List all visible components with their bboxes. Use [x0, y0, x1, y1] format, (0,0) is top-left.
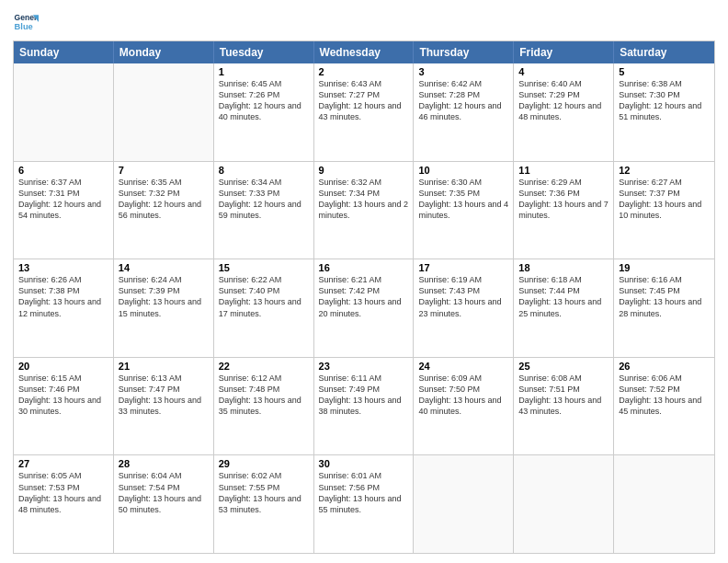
- day-number: 9: [319, 165, 409, 176]
- calendar-cell: [614, 455, 714, 553]
- day-info: Sunrise: 6:05 AMSunset: 7:53 PMDaylight:…: [18, 470, 108, 515]
- day-number: 30: [319, 458, 409, 469]
- day-info: Sunrise: 6:30 AMSunset: 7:35 PMDaylight:…: [418, 177, 508, 222]
- day-number: 7: [119, 165, 209, 176]
- day-info: Sunrise: 6:40 AMSunset: 7:29 PMDaylight:…: [518, 78, 609, 123]
- day-info: Sunrise: 6:38 AMSunset: 7:30 PMDaylight:…: [619, 78, 710, 123]
- day-number: 14: [119, 262, 209, 273]
- calendar-cell: [14, 63, 114, 161]
- calendar-cell: 11Sunrise: 6:29 AMSunset: 7:36 PMDayligh…: [514, 162, 614, 259]
- logo: General Blue: [13, 9, 39, 35]
- calendar-cell: 5Sunrise: 6:38 AMSunset: 7:30 PMDaylight…: [614, 63, 714, 161]
- day-number: 1: [219, 66, 309, 77]
- calendar-cell: 24Sunrise: 6:09 AMSunset: 7:50 PMDayligh…: [414, 358, 514, 455]
- day-info: Sunrise: 6:37 AMSunset: 7:31 PMDaylight:…: [18, 177, 108, 222]
- svg-text:Blue: Blue: [15, 22, 33, 31]
- day-number: 17: [418, 262, 508, 273]
- weekday-header: Wednesday: [314, 41, 415, 63]
- day-info: Sunrise: 6:29 AMSunset: 7:36 PMDaylight:…: [518, 177, 609, 222]
- calendar-row: 20Sunrise: 6:15 AMSunset: 7:46 PMDayligh…: [14, 357, 714, 455]
- calendar-cell: 30Sunrise: 6:01 AMSunset: 7:56 PMDayligh…: [314, 455, 415, 553]
- day-info: Sunrise: 6:12 AMSunset: 7:48 PMDaylight:…: [219, 373, 309, 418]
- day-info: Sunrise: 6:08 AMSunset: 7:51 PMDaylight:…: [518, 373, 609, 418]
- day-number: 20: [18, 361, 108, 372]
- day-number: 29: [219, 458, 309, 469]
- weekday-header: Monday: [114, 41, 214, 63]
- weekday-header: Thursday: [414, 41, 514, 63]
- day-info: Sunrise: 6:19 AMSunset: 7:43 PMDaylight:…: [418, 274, 508, 319]
- day-number: 23: [319, 361, 409, 372]
- day-number: 5: [619, 66, 710, 77]
- day-info: Sunrise: 6:32 AMSunset: 7:34 PMDaylight:…: [319, 177, 409, 222]
- calendar-cell: 4Sunrise: 6:40 AMSunset: 7:29 PMDaylight…: [514, 63, 614, 161]
- day-number: 22: [219, 361, 309, 372]
- page-header: General Blue: [13, 9, 715, 35]
- day-number: 12: [619, 165, 710, 176]
- day-info: Sunrise: 6:42 AMSunset: 7:28 PMDaylight:…: [418, 78, 508, 123]
- day-number: 26: [619, 361, 710, 372]
- day-number: 28: [119, 458, 209, 469]
- calendar-cell: 29Sunrise: 6:02 AMSunset: 7:55 PMDayligh…: [214, 455, 314, 553]
- day-number: 4: [518, 66, 609, 77]
- day-info: Sunrise: 6:09 AMSunset: 7:50 PMDaylight:…: [418, 373, 508, 418]
- calendar-cell: 3Sunrise: 6:42 AMSunset: 7:28 PMDaylight…: [414, 63, 514, 161]
- day-number: 18: [518, 262, 609, 273]
- calendar-cell: 21Sunrise: 6:13 AMSunset: 7:47 PMDayligh…: [114, 358, 214, 455]
- day-number: 25: [518, 361, 609, 372]
- day-info: Sunrise: 6:27 AMSunset: 7:37 PMDaylight:…: [619, 177, 710, 222]
- day-info: Sunrise: 6:43 AMSunset: 7:27 PMDaylight:…: [319, 78, 409, 123]
- calendar-cell: 1Sunrise: 6:45 AMSunset: 7:26 PMDaylight…: [214, 63, 314, 161]
- day-number: 6: [18, 165, 108, 176]
- calendar-header: SundayMondayTuesdayWednesdayThursdayFrid…: [14, 41, 714, 63]
- calendar-cell: [414, 455, 514, 553]
- logo-icon: General Blue: [13, 9, 39, 35]
- calendar-cell: [514, 455, 614, 553]
- day-info: Sunrise: 6:06 AMSunset: 7:52 PMDaylight:…: [619, 373, 710, 418]
- day-number: 24: [418, 361, 508, 372]
- day-info: Sunrise: 6:16 AMSunset: 7:45 PMDaylight:…: [619, 274, 710, 319]
- calendar-cell: 22Sunrise: 6:12 AMSunset: 7:48 PMDayligh…: [214, 358, 314, 455]
- calendar: SundayMondayTuesdayWednesdayThursdayFrid…: [13, 40, 715, 554]
- day-number: 8: [219, 165, 309, 176]
- day-info: Sunrise: 6:15 AMSunset: 7:46 PMDaylight:…: [18, 373, 108, 418]
- calendar-row: 6Sunrise: 6:37 AMSunset: 7:31 PMDaylight…: [14, 161, 714, 259]
- calendar-cell: 27Sunrise: 6:05 AMSunset: 7:53 PMDayligh…: [14, 455, 114, 553]
- day-info: Sunrise: 6:24 AMSunset: 7:39 PMDaylight:…: [119, 274, 209, 319]
- calendar-cell: 12Sunrise: 6:27 AMSunset: 7:37 PMDayligh…: [614, 162, 714, 259]
- day-info: Sunrise: 6:13 AMSunset: 7:47 PMDaylight:…: [119, 373, 209, 418]
- day-info: Sunrise: 6:04 AMSunset: 7:54 PMDaylight:…: [119, 470, 209, 515]
- calendar-row: 27Sunrise: 6:05 AMSunset: 7:53 PMDayligh…: [14, 454, 714, 553]
- day-info: Sunrise: 6:22 AMSunset: 7:40 PMDaylight:…: [219, 274, 309, 319]
- calendar-cell: 20Sunrise: 6:15 AMSunset: 7:46 PMDayligh…: [14, 358, 114, 455]
- calendar-row: 1Sunrise: 6:45 AMSunset: 7:26 PMDaylight…: [14, 63, 714, 161]
- calendar-cell: 17Sunrise: 6:19 AMSunset: 7:43 PMDayligh…: [414, 259, 514, 357]
- calendar-cell: 28Sunrise: 6:04 AMSunset: 7:54 PMDayligh…: [114, 455, 214, 553]
- day-info: Sunrise: 6:01 AMSunset: 7:56 PMDaylight:…: [319, 470, 409, 515]
- day-info: Sunrise: 6:35 AMSunset: 7:32 PMDaylight:…: [119, 177, 209, 222]
- calendar-cell: 19Sunrise: 6:16 AMSunset: 7:45 PMDayligh…: [614, 259, 714, 357]
- calendar-cell: 18Sunrise: 6:18 AMSunset: 7:44 PMDayligh…: [514, 259, 614, 357]
- calendar-cell: 10Sunrise: 6:30 AMSunset: 7:35 PMDayligh…: [414, 162, 514, 259]
- calendar-cell: 9Sunrise: 6:32 AMSunset: 7:34 PMDaylight…: [314, 162, 415, 259]
- calendar-body: 1Sunrise: 6:45 AMSunset: 7:26 PMDaylight…: [14, 63, 714, 553]
- day-number: 13: [18, 262, 108, 273]
- day-info: Sunrise: 6:26 AMSunset: 7:38 PMDaylight:…: [18, 274, 108, 319]
- calendar-cell: 15Sunrise: 6:22 AMSunset: 7:40 PMDayligh…: [214, 259, 314, 357]
- day-number: 27: [18, 458, 108, 469]
- calendar-cell: 6Sunrise: 6:37 AMSunset: 7:31 PMDaylight…: [14, 162, 114, 259]
- day-info: Sunrise: 6:45 AMSunset: 7:26 PMDaylight:…: [219, 78, 309, 123]
- day-info: Sunrise: 6:34 AMSunset: 7:33 PMDaylight:…: [219, 177, 309, 222]
- day-number: 19: [619, 262, 710, 273]
- day-number: 21: [119, 361, 209, 372]
- calendar-cell: [114, 63, 214, 161]
- day-number: 15: [219, 262, 309, 273]
- calendar-cell: 13Sunrise: 6:26 AMSunset: 7:38 PMDayligh…: [14, 259, 114, 357]
- day-info: Sunrise: 6:21 AMSunset: 7:42 PMDaylight:…: [319, 274, 409, 319]
- day-info: Sunrise: 6:02 AMSunset: 7:55 PMDaylight:…: [219, 470, 309, 515]
- day-number: 16: [319, 262, 409, 273]
- calendar-cell: 23Sunrise: 6:11 AMSunset: 7:49 PMDayligh…: [314, 358, 415, 455]
- weekday-header: Friday: [514, 41, 614, 63]
- day-number: 11: [518, 165, 609, 176]
- calendar-cell: 7Sunrise: 6:35 AMSunset: 7:32 PMDaylight…: [114, 162, 214, 259]
- weekday-header: Saturday: [614, 41, 714, 63]
